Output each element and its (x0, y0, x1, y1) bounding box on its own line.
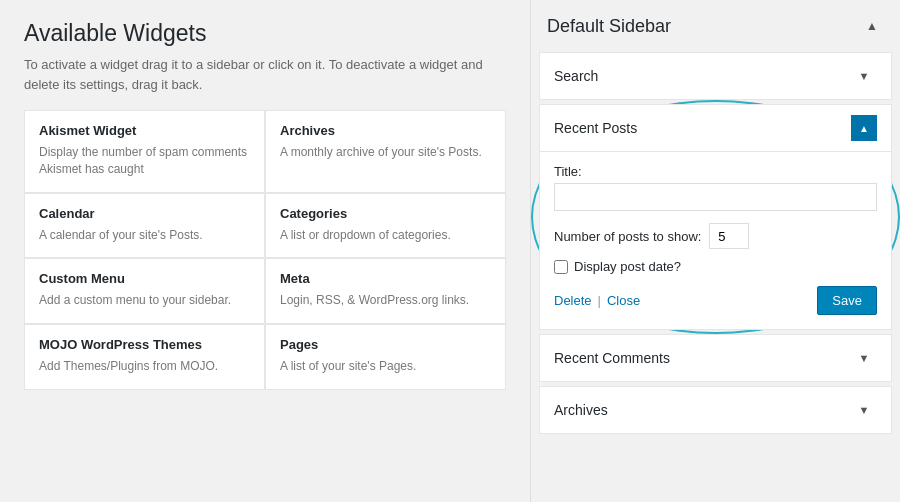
widget-name: Archives (280, 123, 491, 138)
title-label: Title: (554, 164, 877, 179)
search-section-title: Search (554, 68, 598, 84)
archives-section-title: Archives (554, 402, 608, 418)
sidebar-collapse-button[interactable]: ▲ (860, 14, 884, 38)
widget-item-categories[interactable]: Categories A list or dropdown of categor… (265, 193, 506, 259)
widget-item-meta[interactable]: Meta Login, RSS, & WordPress.org links. (265, 258, 506, 324)
widget-item-akismet[interactable]: Akismet Widget Display the number of spa… (24, 110, 265, 193)
title-field-row: Title: (554, 164, 877, 211)
default-sidebar-panel: Default Sidebar ▲ Search ▼ Recent Posts … (530, 0, 900, 502)
archives-header[interactable]: Archives ▼ (540, 387, 891, 433)
widget-grid: Akismet Widget Display the number of spa… (24, 110, 506, 390)
widget-description: A list or dropdown of categories. (280, 227, 491, 244)
display-date-label: Display post date? (574, 259, 681, 274)
recent-posts-body: Title: Number of posts to show: Display … (540, 151, 891, 329)
recent-comments-section-title: Recent Comments (554, 350, 670, 366)
widget-name: MOJO WordPress Themes (39, 337, 250, 352)
recent-comments-toggle-icon[interactable]: ▼ (851, 345, 877, 371)
widget-item-calendar[interactable]: Calendar A calendar of your site's Posts… (24, 193, 265, 259)
widget-name: Custom Menu (39, 271, 250, 286)
number-posts-label: Number of posts to show: (554, 229, 701, 244)
display-date-checkbox[interactable] (554, 260, 568, 274)
sidebar-header: Default Sidebar ▲ (531, 0, 900, 52)
widget-description: Login, RSS, & WordPress.org links. (280, 292, 491, 309)
widget-description: A monthly archive of your site's Posts. (280, 144, 491, 161)
actions-separator: | (598, 293, 601, 308)
sidebar-widgets-list: Search ▼ Recent Posts ▲ Title: Number (531, 52, 900, 434)
page-title: Available Widgets (24, 20, 506, 47)
widget-name: Pages (280, 337, 491, 352)
archives-widget-section: Archives ▼ (539, 386, 892, 434)
widget-name: Categories (280, 206, 491, 221)
widget-name: Calendar (39, 206, 250, 221)
widget-actions-row: Delete | Close Save (554, 286, 877, 315)
close-button[interactable]: Close (607, 293, 640, 308)
title-input[interactable] (554, 183, 877, 211)
archives-toggle-icon[interactable]: ▼ (851, 397, 877, 423)
widget-description: Display the number of spam comments Akis… (39, 144, 250, 178)
search-widget-header[interactable]: Search ▼ (540, 53, 891, 99)
delete-button[interactable]: Delete (554, 293, 592, 308)
widget-description: Add Themes/Plugins from MOJO. (39, 358, 250, 375)
search-widget-section: Search ▼ (539, 52, 892, 100)
recent-posts-wrapper: Recent Posts ▲ Title: Number of posts to… (539, 104, 892, 330)
available-widgets-panel: Available Widgets To activate a widget d… (0, 0, 530, 502)
widget-description: Add a custom menu to your sidebar. (39, 292, 250, 309)
widget-name: Akismet Widget (39, 123, 250, 138)
widget-description: A list of your site's Pages. (280, 358, 491, 375)
recent-posts-header[interactable]: Recent Posts ▲ (540, 105, 891, 151)
recent-comments-header[interactable]: Recent Comments ▼ (540, 335, 891, 381)
display-date-row: Display post date? (554, 259, 877, 274)
widget-description: A calendar of your site's Posts. (39, 227, 250, 244)
widget-item-archives[interactable]: Archives A monthly archive of your site'… (265, 110, 506, 193)
widget-item-mojo[interactable]: MOJO WordPress Themes Add Themes/Plugins… (24, 324, 265, 390)
number-posts-input[interactable] (709, 223, 749, 249)
widget-name: Meta (280, 271, 491, 286)
panel-description: To activate a widget drag it to a sideba… (24, 55, 506, 94)
sidebar-title: Default Sidebar (547, 16, 671, 37)
search-toggle-icon[interactable]: ▼ (851, 63, 877, 89)
widget-item-custom-menu[interactable]: Custom Menu Add a custom menu to your si… (24, 258, 265, 324)
recent-posts-widget-section: Recent Posts ▲ Title: Number of posts to… (539, 104, 892, 330)
save-button[interactable]: Save (817, 286, 877, 315)
number-posts-row: Number of posts to show: (554, 223, 877, 249)
actions-left: Delete | Close (554, 293, 640, 308)
widget-item-pages[interactable]: Pages A list of your site's Pages. (265, 324, 506, 390)
recent-comments-widget-section: Recent Comments ▼ (539, 334, 892, 382)
recent-posts-section-title: Recent Posts (554, 120, 637, 136)
recent-posts-collapse-button[interactable]: ▲ (851, 115, 877, 141)
